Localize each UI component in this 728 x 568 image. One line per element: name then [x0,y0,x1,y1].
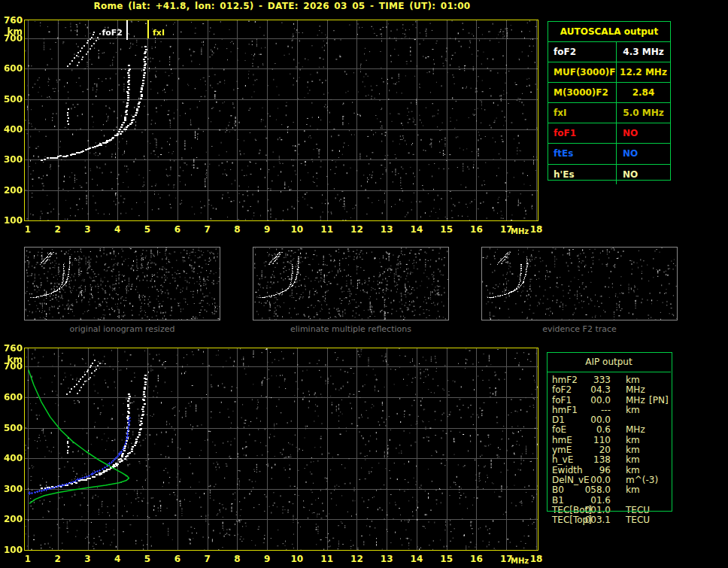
y-tick-label: 300 [2,154,23,165]
aip-row-value: 003.1 [552,515,611,525]
aip-row-value: --- [552,405,611,415]
thumbnail-caption: eliminate multiple reflections [253,324,449,334]
x-tick-label: 12 [347,554,366,564]
x-tick-label: 16 [466,224,486,235]
thumbnail-eliminate-reflections [253,247,449,320]
page-title: Rome (lat: +41.8, lon: 012.5) - DATE: 20… [23,1,541,11]
aip-row-fof1: foF100.0MHz[PN] [547,396,671,405]
aip-output-table: hmF2333kmfoF204.3MHzfoF100.0MHz[PN]hmF1-… [547,375,671,525]
bottom-ionogram-panel [24,348,538,551]
y-tick-label: 500 [2,423,23,433]
aip-row-d1: D100.0 [547,415,671,425]
x-tick-label: 5 [138,554,157,564]
table-row-MUF3000F2: MUF(3000)F2 12.2 MHz [548,62,670,83]
x-tick-label: 7 [198,224,217,235]
aip-row-hme: hmE110km [547,436,671,445]
aip-row-b1: B101.6 [547,496,671,506]
aip-row-value: 00.0 [552,475,611,485]
autoscala-program-window: Rome (lat: +41.8, lon: 012.5) - DATE: 20… [0,0,728,568]
top-ionogram-panel [24,20,538,221]
x-tick-label: 3 [78,224,98,235]
thumbnail-caption: evidence F2 trace [481,324,678,334]
aip-row-tectop: TEC[Top]003.1TECU [547,515,671,525]
x-tick-label: 13 [377,224,396,235]
aip-row-value: 00.0 [552,396,611,405]
thumbnail-caption: original ionogram resized [24,324,220,334]
aip-row-unit: km [626,405,640,415]
autoscala-output-table: AUTOSCALA output foF2 4.3 MHz MUF(3000)F… [548,21,671,181]
thumbnail-canvas [253,248,448,320]
x-tick-label: 9 [257,224,277,235]
aip-row-yme: ymE20km [547,445,671,455]
aip-row-hmf2: hmF2333km [547,375,671,385]
aip-row-value: 110 [552,436,611,445]
aip-row-unit: km [626,375,640,385]
x-tick-label: 16 [466,554,486,564]
table-row-foF2: foF2 4.3 MHz [548,42,670,62]
row-label: h'Es [548,165,617,184]
aip-row-unit: km [626,436,640,445]
x-tick-label: 2 [48,224,68,235]
x-tick-label: 14 [407,554,426,564]
aip-row-value: 00.0 [552,415,611,425]
thumbnail-canvas [482,248,677,320]
x-tick-label: 9 [257,554,277,564]
aip-row-value: 01.6 [552,496,611,506]
thumbnail-original-ionogram [24,247,220,320]
x-tick-label: 11 [317,224,337,235]
y-tick-label: 600 [2,392,23,402]
x-tick-label: 1 [18,554,38,564]
row-value: 4.3 MHz [617,42,670,62]
aip-row-unit: MHz [626,396,645,405]
thumbnail-canvas [25,248,220,320]
top-ionogram-canvas [25,20,538,220]
x-tick-label: 18 [526,554,546,564]
aip-row-value: 0.6 [552,425,611,435]
x-tick-label: 3 [78,554,98,564]
aip-row-unit: MHz [626,425,645,435]
y-tick-label: 200 [2,514,23,524]
x-tick-label: 18 [526,224,546,235]
row-value: 12.2 MHz [617,62,670,82]
row-label: ftEs [548,144,617,163]
aip-row-unit: km [626,455,640,465]
x-tick-label: 1 [18,224,38,235]
aip-row-delnve: DelN_vE00.0m^(-3) [547,475,671,485]
aip-row-ewidth: Ewidth96km [547,466,671,475]
x-tick-label: 14 [407,224,426,235]
aip-row-value: 20 [552,445,611,455]
y-tick-label: 500 [2,94,23,105]
table-row-hEs: h'Es NO [548,165,670,184]
aip-row-hve: h_vE138km [547,455,671,465]
x-tick-label: 4 [108,554,127,564]
x-tick-label: 11 [317,554,337,564]
x-tick-label: 4 [108,224,127,235]
y-tick-label: 760 [2,343,23,354]
aip-row-unit: km [626,466,640,475]
y-tick-label: 600 [2,63,23,74]
row-label: MUF(3000)F2 [548,62,617,82]
y-tick-label: 400 [2,453,23,463]
x-tick-label: 10 [287,224,307,235]
bottom-ionogram-canvas [25,348,538,550]
aip-row-unit: TECU [626,515,650,525]
x-tick-label: 10 [287,554,307,564]
row-value: NO [617,123,670,143]
aip-row-value: 138 [552,455,611,465]
x-tick-label: 15 [437,224,457,235]
table-row-foF1: foF1 NO [548,123,670,144]
aip-row-unit: km [626,445,640,455]
y-tick-label: 300 [2,484,23,494]
table-row-fxI: fxI 5.0 MHz [548,103,670,123]
y-tick-label: 200 [2,185,23,196]
aip-row-unit: MHz [626,385,645,395]
aip-row-value: 001.0 [552,506,611,515]
x-tick-label: 12 [347,224,366,235]
y-tick-label: 700 [2,33,23,44]
aip-row-unit: TECU [626,506,650,515]
autoscala-table-header: AUTOSCALA output [548,22,670,42]
x-axis-unit-label: MHz [511,556,529,566]
aip-table-header: AIP output [547,352,671,372]
x-axis-unit-label: MHz [511,226,529,237]
x-tick-label: 2 [48,554,68,564]
